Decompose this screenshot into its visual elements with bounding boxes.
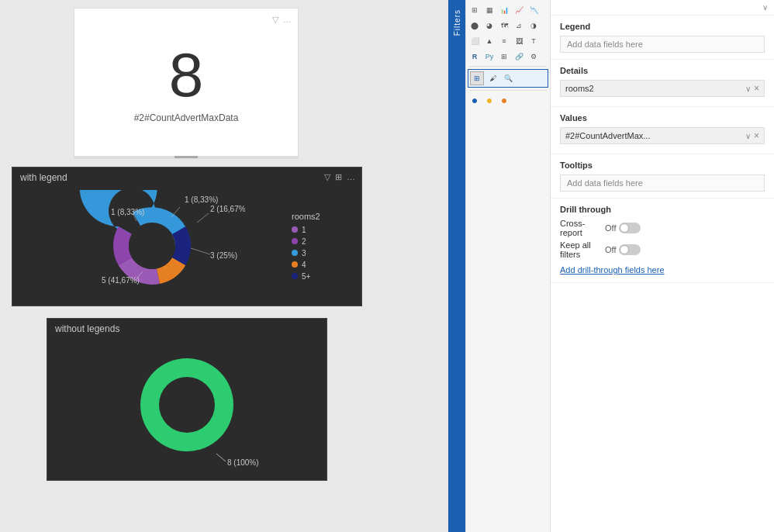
legend-dot-3 bbox=[292, 250, 298, 256]
toolbar-icon-r[interactable]: R bbox=[468, 50, 482, 64]
toolbar-yellow[interactable]: ● bbox=[482, 93, 496, 107]
big-number: 8 bbox=[169, 44, 204, 106]
legend-dot-4 bbox=[292, 261, 298, 268]
toolbar-blue[interactable]: ● bbox=[468, 93, 482, 107]
toolbar-icon-gauge[interactable]: ◑ bbox=[527, 19, 541, 33]
toolbar-row-4: R Py ⊞ 🔗 ⚙ bbox=[468, 50, 548, 64]
nolegend-svg: 8 (100%) bbox=[109, 349, 264, 469]
fields-tab[interactable]: ⊞ bbox=[470, 71, 484, 85]
donut-toolbar: ▽ ⊞ … bbox=[324, 172, 355, 182]
toolbar-row-5: ● ● ● bbox=[468, 93, 548, 107]
toolbar-icon-card[interactable]: ⬜ bbox=[468, 34, 482, 48]
cross-report-track[interactable] bbox=[619, 223, 641, 233]
legend-item-2: 2 bbox=[292, 237, 354, 246]
cross-report-state: Off bbox=[605, 223, 616, 233]
values-chevron-icon[interactable]: ∨ bbox=[745, 132, 751, 140]
details-field-value: rooms2 bbox=[565, 84, 745, 93]
legend-item-5: 5+ bbox=[292, 272, 354, 281]
keep-filters-toggle[interactable]: Off bbox=[605, 244, 641, 255]
drillthrough-link[interactable]: Add drill-through fields here bbox=[560, 265, 665, 275]
focus-icon[interactable]: ⊞ bbox=[335, 172, 342, 182]
keep-filters-label: Keep all filters bbox=[560, 240, 599, 259]
values-section: Values #2#CountAdvertMax... ∨ × bbox=[551, 107, 774, 154]
details-chevron-icon[interactable]: ∨ bbox=[745, 85, 751, 93]
donut-chart-area: 1 (8,33%) 2 (16,67%) 1 (8,33%) 3 (25%) 5… bbox=[12, 188, 361, 304]
properties-panel: ∨ Legend Add data fields here Details ro… bbox=[551, 0, 774, 532]
legend-label-4: 4 bbox=[302, 261, 306, 269]
keep-filters-track[interactable] bbox=[619, 244, 641, 255]
legend-dot-5 bbox=[292, 273, 298, 279]
keep-filters-row: Keep all filters Off bbox=[560, 240, 765, 259]
donut-svg-container: 1 (8,33%) 2 (16,67%) 1 (8,33%) 3 (25%) 5… bbox=[12, 190, 292, 302]
nolegend-title: without legends bbox=[47, 319, 327, 339]
toolbar-icon-more1[interactable]: 🔗 bbox=[512, 50, 526, 64]
active-section: ⊞ 🖌 🔍 bbox=[468, 69, 548, 88]
card-top-toolbar: ▽ … bbox=[272, 15, 292, 25]
legend-label-1: 1 bbox=[302, 226, 306, 234]
filter-icon[interactable]: ▽ bbox=[272, 15, 278, 25]
main-canvas: ▽ … 8 #2#CountAdvertMaxData with legend … bbox=[0, 0, 448, 532]
toolbar-icon-pie[interactable]: ◕ bbox=[482, 19, 496, 33]
legend-title: rooms2 bbox=[292, 212, 354, 221]
toolbar-icon-text[interactable]: T bbox=[527, 34, 541, 48]
legend-item-1: 1 bbox=[292, 226, 354, 234]
details-field-tag[interactable]: rooms2 ∨ × bbox=[560, 80, 765, 97]
toolbar-divider-1 bbox=[469, 66, 547, 67]
toolbar-icon-scatter[interactable]: ⬤ bbox=[468, 19, 482, 33]
svg-text:3 (25%): 3 (25%) bbox=[210, 251, 237, 260]
toolbar-icon-more2[interactable]: ⚙ bbox=[527, 50, 541, 64]
toolbar-icon-funnel[interactable]: ⊿ bbox=[512, 19, 526, 33]
cross-report-label: Cross-report bbox=[560, 219, 599, 237]
toolbar-icon-area[interactable]: 📉 bbox=[527, 3, 541, 17]
more-icon[interactable]: … bbox=[283, 15, 292, 25]
drillthrough-section: Drill through Cross-report Off Keep all … bbox=[551, 199, 774, 283]
svg-text:1 (8,33%): 1 (8,33%) bbox=[111, 208, 144, 216]
toolbar-icon-slicer[interactable]: ≡ bbox=[497, 34, 511, 48]
toolbar-orange[interactable]: ● bbox=[497, 93, 511, 107]
toolbar-icon-line[interactable]: 📈 bbox=[512, 3, 526, 17]
details-section-title: Details bbox=[560, 66, 765, 75]
toolbar-row-3: ⬜ ▲ ≡ 🖼 T bbox=[468, 34, 548, 48]
toolbar-icon-decomp[interactable]: ⊞ bbox=[497, 50, 511, 64]
collapse-icon[interactable]: ∨ bbox=[762, 3, 768, 12]
svg-line-13 bbox=[216, 454, 226, 461]
format-tab[interactable]: 🖌 bbox=[485, 71, 499, 85]
filter-icon[interactable]: ▽ bbox=[324, 172, 330, 182]
toolbar-icon-image[interactable]: 🖼 bbox=[512, 34, 526, 48]
toolbar-icon-kpi[interactable]: ▲ bbox=[482, 34, 496, 48]
svg-point-12 bbox=[159, 377, 215, 433]
svg-point-0 bbox=[129, 223, 175, 269]
toolbar-icon-table[interactable]: ⊞ bbox=[468, 3, 482, 17]
cross-report-toggle[interactable]: Off bbox=[605, 223, 641, 233]
legend-item-4: 4 bbox=[292, 261, 354, 269]
keep-filters-thumb bbox=[620, 245, 629, 254]
card-donut-legend: with legend ▽ ⊞ … bbox=[12, 167, 362, 306]
donut-legend: rooms2 1 2 3 4 bbox=[292, 212, 361, 281]
toolbar-icon-py[interactable]: Py bbox=[482, 50, 496, 64]
svg-text:1 (8,33%): 1 (8,33%) bbox=[185, 195, 218, 204]
toolbar-icon-matrix[interactable]: ▦ bbox=[482, 3, 496, 17]
details-section: Details rooms2 ∨ × bbox=[551, 60, 774, 107]
visualization-toolbar: ⊞ ▦ 📊 📈 📉 ⬤ ◕ 🗺 ⊿ ◑ ⬜ ▲ ≡ 🖼 T R Py ⊞ 🔗 ⚙ bbox=[465, 0, 551, 532]
analytics-tab[interactable]: 🔍 bbox=[501, 71, 515, 85]
toolbar-icon-map[interactable]: 🗺 bbox=[497, 19, 511, 33]
svg-text:2 (16,67%): 2 (16,67%) bbox=[210, 205, 245, 213]
legend-dot-2 bbox=[292, 238, 298, 244]
values-field-value: #2#CountAdvertMax... bbox=[565, 131, 745, 140]
tooltips-add-field[interactable]: Add data fields here bbox=[560, 174, 765, 192]
toolbar-icon-bar[interactable]: 📊 bbox=[497, 3, 511, 17]
legend-label-5: 5+ bbox=[302, 272, 310, 281]
values-field-tag[interactable]: #2#CountAdvertMax... ∨ × bbox=[560, 127, 765, 144]
legend-section: Legend Add data fields here bbox=[551, 16, 774, 60]
card-number: ▽ … 8 #2#CountAdvertMaxData bbox=[74, 8, 299, 159]
drillthrough-title: Drill through bbox=[560, 205, 765, 214]
values-remove-icon[interactable]: × bbox=[754, 130, 759, 141]
cross-report-thumb bbox=[620, 223, 629, 233]
legend-add-field[interactable]: Add data fields here bbox=[560, 36, 765, 53]
keep-filters-state: Off bbox=[605, 245, 616, 254]
more-icon[interactable]: … bbox=[347, 172, 355, 182]
details-remove-icon[interactable]: × bbox=[754, 83, 759, 94]
values-section-title: Values bbox=[560, 113, 765, 123]
right-sidebar: Filters ⊞ ▦ 📊 📈 📉 ⬤ ◕ 🗺 ⊿ ◑ ⬜ ▲ ≡ 🖼 T R … bbox=[448, 0, 774, 532]
panel-header: ∨ bbox=[551, 0, 774, 16]
